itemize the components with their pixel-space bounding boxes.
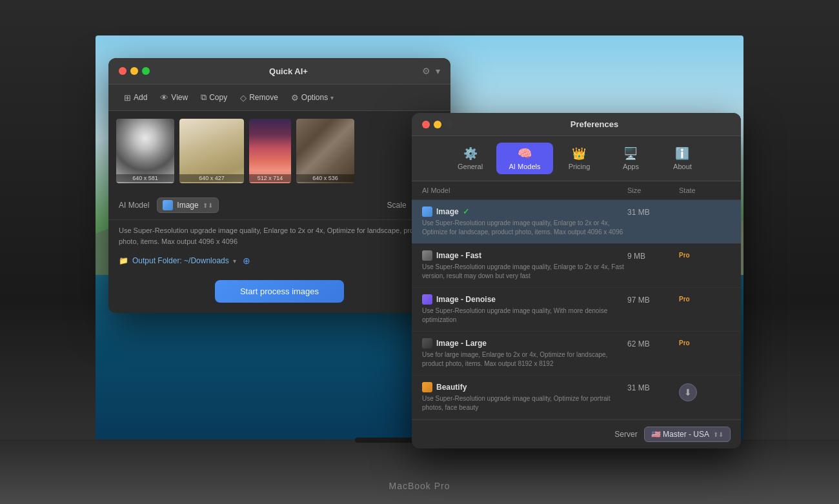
apps-tab-label: Apps	[623, 163, 639, 170]
model-row-image-denoise[interactable]: Image - Denoise Use Super-Resolution upg…	[412, 288, 741, 332]
eye-icon: 👁	[160, 93, 168, 103]
thumb-label-2: 512 x 714	[249, 174, 291, 182]
model-image-icon	[422, 207, 432, 217]
model-row-image-fast[interactable]: Image - Fast Use Super-Resolution upgrad…	[412, 244, 741, 288]
model-icon	[163, 200, 173, 210]
about-tab-label: About	[673, 163, 692, 170]
tab-about[interactable]: ℹ️ About	[656, 143, 708, 174]
maximize-button[interactable]	[142, 67, 150, 75]
add-button[interactable]: ⊞ Add	[119, 90, 152, 105]
col-size-header: Size	[627, 186, 679, 194]
macbook-bottom: MacBook Pro	[0, 439, 839, 504]
thumb-rocks-img	[296, 119, 354, 183]
options-label: Options	[301, 93, 328, 102]
server-select-dropdown[interactable]: 🇺🇸 Master - USA ⬆⬇	[644, 427, 731, 442]
model-fast-state: Pro	[679, 250, 731, 259]
close-button[interactable]	[119, 67, 126, 75]
macbook-label: MacBook Pro	[389, 481, 450, 491]
options-button[interactable]: ⚙ Options ▾	[286, 90, 339, 105]
tab-general[interactable]: ⚙️ General	[445, 143, 496, 174]
model-row-beautify[interactable]: Beautify Use Super-Resolution upgrade im…	[412, 376, 741, 419]
model-beautify-state[interactable]: ⬇	[679, 382, 731, 401]
minimize-button[interactable]	[130, 67, 138, 75]
model-selected-value: Image	[177, 201, 198, 210]
model-beautify-name: Beautify	[436, 383, 467, 392]
pref-titlebar: Preferences	[412, 113, 741, 136]
thumb-label-1: 640 x 427	[179, 174, 244, 182]
model-large-name: Image - Large	[436, 339, 487, 348]
preferences-window: Preferences ⚙️ General 🧠 AI Models 👑 Pri…	[412, 113, 741, 449]
thumb-astronaut-img	[116, 119, 174, 183]
tab-ai-models[interactable]: 🧠 AI Models	[496, 143, 554, 174]
start-btn-area: Start process images	[108, 270, 450, 313]
about-tab-icon: ℹ️	[675, 146, 689, 161]
model-fast-desc: Use Super-Resolution upgrade image quali…	[422, 263, 627, 281]
model-large-desc: Use for large image, Enlarge to 2x or 4x…	[422, 350, 627, 368]
pref-close-button[interactable]	[422, 121, 430, 128]
folder-icon: 📁	[119, 256, 128, 265]
copy-label: Copy	[209, 93, 227, 102]
thumbnail-rocks[interactable]: 640 x 536	[296, 119, 354, 183]
ai-model-label: AI Model	[119, 201, 149, 210]
pricing-tab-icon: 👑	[572, 146, 586, 161]
ai-models-tab-label: AI Models	[509, 163, 541, 170]
model-denoise-size: 97 MB	[627, 294, 679, 305]
model-fast-name: Image - Fast	[436, 251, 481, 260]
output-folder-label: Output Folder: ~/Downloads	[132, 256, 229, 265]
copy-button[interactable]: ⧉ Copy	[196, 90, 232, 105]
add-label: Add	[134, 93, 147, 102]
model-beautify-size: 31 MB	[627, 382, 679, 392]
model-fast-icon	[422, 250, 432, 261]
pricing-tab-label: Pricing	[569, 163, 591, 170]
thumbnail-astronaut[interactable]: 640 x 581	[116, 119, 174, 183]
model-large-size: 62 MB	[627, 338, 679, 348]
gear-icon[interactable]: ⚙	[422, 66, 430, 76]
preferences-title: Preferences	[458, 119, 731, 129]
options-chevron-icon: ▾	[330, 94, 334, 101]
server-chevron-icon: ⬆⬇	[713, 431, 723, 438]
tab-apps[interactable]: 🖥️ Apps	[605, 143, 656, 174]
general-tab-label: General	[458, 163, 483, 170]
chevron-down-icon[interactable]: ▾	[436, 66, 440, 76]
remove-button[interactable]: ◇ Remove	[235, 90, 283, 105]
model-select-dropdown[interactable]: Image ⬆⬇	[157, 197, 218, 213]
pref-traffic-lights	[422, 121, 453, 128]
window-titlebar: Quick AI+ ⚙ ▾	[108, 58, 450, 85]
scale-label: Scale	[387, 201, 407, 210]
model-large-state: Pro	[679, 338, 731, 347]
server-value: 🇺🇸 Master - USA	[651, 430, 709, 439]
pref-maximize-button[interactable]	[445, 121, 453, 128]
thumb-anime-img	[249, 119, 291, 183]
model-row-image[interactable]: Image ✓ Use Super-Resolution upgrade ima…	[412, 200, 741, 244]
view-button[interactable]: 👁 View	[155, 90, 193, 105]
model-beautify-icon	[422, 382, 432, 392]
model-image-state	[679, 207, 731, 208]
thumbnail-anime[interactable]: 512 x 714	[249, 119, 291, 183]
model-image-size: 31 MB	[627, 207, 679, 217]
server-row: Server 🇺🇸 Master - USA ⬆⬇	[412, 419, 741, 449]
verified-icon: ✓	[463, 207, 469, 216]
model-image-name: Image	[436, 207, 459, 216]
thumbnail-library[interactable]: 640 x 427	[179, 119, 244, 183]
toolbar: ⊞ Add 👁 View ⧉ Copy ◇ Remove ⚙ Options ▾	[108, 85, 450, 111]
title-controls: ⚙ ▾	[422, 66, 440, 76]
start-process-button[interactable]: Start process images	[215, 280, 344, 303]
model-fast-size: 9 MB	[627, 250, 679, 261]
model-description: Use Super-Resolution upgrade image quali…	[108, 220, 450, 252]
output-folder[interactable]: 📁 Output Folder: ~/Downloads ▾ ⊕	[108, 252, 450, 270]
model-row-image-large[interactable]: Image - Large Use for large image, Enlar…	[412, 332, 741, 376]
col-model-header: AI Model	[422, 186, 627, 194]
model-denoise-desc: Use Super-Resolution upgrade image quali…	[422, 307, 627, 325]
ai-models-tab-icon: 🧠	[518, 146, 532, 161]
remove-icon: ◇	[240, 93, 247, 103]
download-button[interactable]: ⬇	[679, 383, 697, 401]
tab-pricing[interactable]: 👑 Pricing	[553, 143, 605, 174]
general-tab-icon: ⚙️	[463, 146, 478, 161]
add-folder-icon[interactable]: ⊕	[243, 256, 250, 266]
table-header: AI Model Size State	[412, 181, 741, 200]
model-denoise-state: Pro	[679, 294, 731, 303]
plus-icon: ⊞	[124, 93, 131, 103]
pref-minimize-button[interactable]	[434, 121, 441, 128]
thumbnails-area: 640 x 581 640 x 427 512 x 714 640 x 536	[108, 111, 450, 191]
model-denoise-name: Image - Denoise	[436, 295, 496, 304]
